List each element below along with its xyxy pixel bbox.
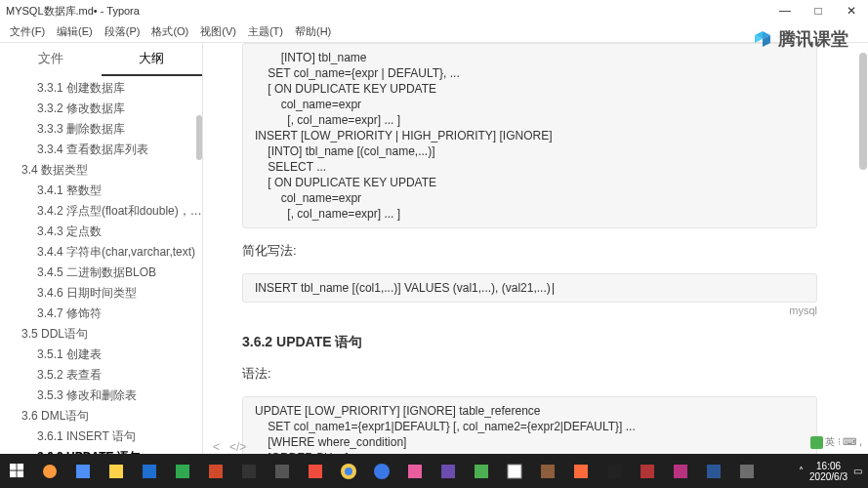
taskbar-app-7[interactable] xyxy=(232,454,266,488)
app-icon xyxy=(572,463,590,480)
close-button[interactable]: ✕ xyxy=(835,0,868,21)
tab-outline[interactable]: 大纲 xyxy=(102,43,203,76)
svg-rect-12 xyxy=(176,465,189,478)
code-block-insert-short[interactable]: INSERT tbl_name [(col1,...)] VALUES (val… xyxy=(242,273,817,303)
heading-362[interactable]: 3.6.2 UPDATE 语句 xyxy=(242,334,817,351)
app-icon xyxy=(473,463,490,480)
menu-help[interactable]: 帮助(H) xyxy=(289,22,337,41)
outline-item[interactable]: 3.4.2 浮点型(float和double)，近似值 xyxy=(0,201,202,222)
svg-rect-6 xyxy=(10,471,17,478)
menu-edit[interactable]: 编辑(E) xyxy=(51,22,99,41)
code-block-insert[interactable]: [INTO] tbl_name SET col_name={expr | DEF… xyxy=(242,43,817,228)
taskbar-app-20[interactable] xyxy=(664,454,697,488)
app-icon xyxy=(639,463,656,480)
outline-item[interactable]: 3.4.4 字符串(char,varchar,text) xyxy=(0,242,202,263)
outline-item[interactable]: 3.4.6 日期时间类型 xyxy=(0,283,202,304)
outline-item[interactable]: 3.5.3 修改和删除表 xyxy=(0,386,202,406)
taskbar-app-21[interactable] xyxy=(697,454,730,488)
menu-view[interactable]: 视图(V) xyxy=(194,22,242,41)
taskbar-app-11[interactable] xyxy=(365,454,398,488)
taskbar-app-10[interactable] xyxy=(332,454,365,488)
taskbar-app-3[interactable] xyxy=(100,454,133,488)
menu-file[interactable]: 文件(F) xyxy=(4,22,51,41)
app-icon xyxy=(41,463,59,480)
taskbar-app-1[interactable] xyxy=(33,454,66,488)
outline-item[interactable]: 3.4.3 定点数 xyxy=(0,222,202,242)
taskbar-app-19[interactable] xyxy=(631,454,664,488)
taskbar-app-16[interactable] xyxy=(531,454,564,488)
tray-clock[interactable]: 16:06 2020/6/3 xyxy=(809,461,847,482)
outline-item[interactable]: 3.5.2 表查看 xyxy=(0,365,202,386)
outline-item[interactable]: 3.4.5 二进制数据BLOB xyxy=(0,263,202,283)
editor-status-row: < </> xyxy=(213,440,246,454)
para-simplified[interactable]: 简化写法: xyxy=(242,242,817,260)
taskbar-app-5[interactable] xyxy=(166,454,199,488)
taskbar-app-13[interactable] xyxy=(432,454,465,488)
app-icon xyxy=(705,463,723,480)
svg-rect-28 xyxy=(674,465,687,478)
outline-item[interactable]: 3.4.1 整数型 xyxy=(0,181,202,201)
toggle-sidebar-icon[interactable]: < xyxy=(213,440,220,454)
app-icon xyxy=(74,463,92,480)
code-block-update[interactable]: UPDATE [LOW_PRIORITY] [IGNORE] table_ref… xyxy=(242,396,817,454)
sidebar-scrollbar[interactable] xyxy=(196,76,202,454)
taskbar-app-8[interactable] xyxy=(266,454,299,488)
outline-item[interactable]: 3.6 DML语句 xyxy=(0,406,202,427)
taskbar-app-2[interactable] xyxy=(66,454,100,488)
menu-paragraph[interactable]: 段落(P) xyxy=(99,22,146,41)
outline-item[interactable]: 3.3.1 创建数据库 xyxy=(0,78,202,99)
taskbar-app-22[interactable] xyxy=(730,454,764,488)
app-icon xyxy=(605,463,623,480)
window-controls: — □ ✕ xyxy=(768,0,868,21)
app-icon xyxy=(240,463,258,480)
svg-rect-13 xyxy=(209,465,223,478)
app-title: MYSQL数据库.md• - Typora xyxy=(6,4,140,19)
source-code-icon[interactable]: </> xyxy=(229,440,246,454)
app-icon xyxy=(174,463,191,480)
outline-item[interactable]: 3.6.2 UPDATE 语句 xyxy=(0,447,202,454)
system-tray[interactable]: ˄ 16:06 2020/6/3 ▭ xyxy=(799,461,868,482)
outline-item[interactable]: 3.3.3 删除数据库 xyxy=(0,119,202,140)
svg-rect-21 xyxy=(441,465,455,478)
outline-item[interactable]: 3.5 DDL语句 xyxy=(0,324,202,345)
taskbar-app-18[interactable] xyxy=(598,454,631,488)
maximize-button[interactable]: □ xyxy=(802,0,835,21)
code-lang-label: mysql xyxy=(242,305,817,316)
content-scrollbar[interactable] xyxy=(858,43,868,454)
app-icon xyxy=(141,463,158,480)
taskbar-app-4[interactable] xyxy=(133,454,166,488)
outline-item[interactable]: 3.4 数据类型 xyxy=(0,160,202,181)
taskbar-app-17[interactable] xyxy=(564,454,598,488)
chrome-icon xyxy=(340,463,357,480)
svg-rect-23 xyxy=(508,465,521,478)
outline-item[interactable]: 3.6.1 INSERT 语句 xyxy=(0,427,202,447)
app-icon xyxy=(273,463,291,480)
tab-files[interactable]: 文件 xyxy=(0,43,102,76)
taskbar-app-15[interactable] xyxy=(498,454,531,488)
menu-theme[interactable]: 主题(T) xyxy=(242,22,289,41)
tray-chevron-icon[interactable]: ˄ xyxy=(799,466,804,476)
svg-rect-7 xyxy=(17,471,23,478)
svg-rect-15 xyxy=(275,465,289,478)
taskbar-app-9[interactable] xyxy=(299,454,332,488)
outline-item[interactable]: 3.3.4 查看数据库列表 xyxy=(0,140,202,160)
minimize-button[interactable]: — xyxy=(768,0,802,21)
taskbar[interactable]: ˄ 16:06 2020/6/3 ▭ xyxy=(0,454,868,488)
svg-rect-29 xyxy=(707,465,721,478)
taskbar-app-12[interactable] xyxy=(398,454,432,488)
taskbar-app-6[interactable] xyxy=(199,454,232,488)
tray-notification-icon[interactable]: ▭ xyxy=(853,466,862,476)
svg-rect-24 xyxy=(541,465,555,478)
outline-item[interactable]: 3.3.2 修改数据库 xyxy=(0,99,202,119)
app-icon xyxy=(207,463,225,480)
editor-content[interactable]: [INTO] tbl_name SET col_name={expr | DEF… xyxy=(203,43,868,454)
taskbar-app-14[interactable] xyxy=(465,454,498,488)
svg-rect-11 xyxy=(143,465,156,478)
app-icon xyxy=(107,463,125,480)
outline-item[interactable]: 3.5.1 创建表 xyxy=(0,345,202,365)
menu-format[interactable]: 格式(O) xyxy=(145,22,194,41)
app-icon xyxy=(307,463,324,480)
start-button[interactable] xyxy=(0,454,33,488)
para-syntax[interactable]: 语法: xyxy=(242,365,817,383)
outline-item[interactable]: 3.4.7 修饰符 xyxy=(0,304,202,324)
